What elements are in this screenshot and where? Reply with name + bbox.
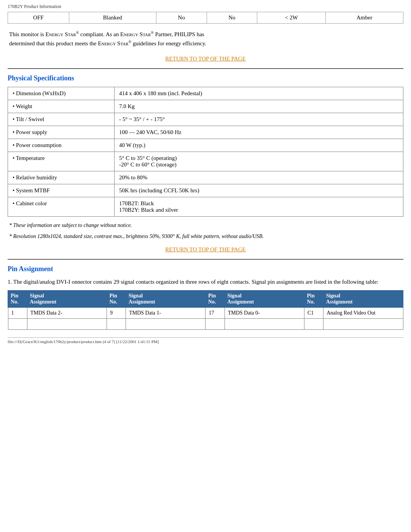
- status-power: < 2W: [257, 12, 326, 24]
- spec-value-cabinet: 170B2T: Black170B2Y: Black and silver: [115, 197, 403, 217]
- status-no-1: No: [156, 12, 207, 24]
- pin-1-no: 1: [8, 307, 27, 319]
- pin-col2-signal-header: SignalAssignment: [126, 291, 206, 307]
- pin-9-signal: TMDS Data 1-: [126, 307, 206, 319]
- spec-value-humidity: 20% to 80%: [115, 171, 403, 184]
- section-divider-1: [8, 68, 403, 69]
- spec-label-temperature: • Temperature: [8, 152, 115, 171]
- pin-empty-1: [8, 318, 27, 329]
- pin-9-no: 9: [107, 307, 126, 319]
- spec-value-weight: 7.0 Kg: [115, 100, 403, 113]
- page-breadcrumb: 170B2Y Product Information: [8, 4, 403, 10]
- pin-1-signal: TMDS Data 2-: [27, 307, 107, 319]
- pin-17-no: 17: [206, 307, 225, 319]
- pin-col3-no-header: PinNo.: [206, 291, 225, 307]
- pin-col4-signal-header: SignalAssignment: [323, 291, 403, 307]
- status-off: OFF: [8, 12, 69, 24]
- pin-assignment-intro: 1. The digital/analog DVI-I onnector con…: [8, 278, 403, 286]
- spec-label-mtbf: • System MTBF: [8, 184, 115, 197]
- pin-col1-signal-header: SignalAssignment: [27, 291, 107, 307]
- page-footer: file:///D|/Grace/K1/english/170b2y/produ…: [8, 337, 403, 344]
- pin-empty-8: [323, 318, 403, 329]
- spec-value-power-supply: 100 — 240 VAC, 50/60 Hz: [115, 126, 403, 139]
- pin-col1-no-header: PinNo.: [8, 291, 27, 307]
- footnote-2: * Resolution 1280x1024, standard size, c…: [9, 232, 402, 240]
- spec-label-dimension: • Dimension (WxHxD): [8, 87, 115, 100]
- return-anchor-1[interactable]: RETURN TO TOP OF THE PAGE: [165, 56, 245, 62]
- spec-value-tilt: - 5° ~ 35° / + - 175°: [115, 113, 403, 126]
- pin-assignment-table: PinNo. SignalAssignment PinNo. SignalAss…: [8, 290, 403, 330]
- spec-value-dimension: 414 x 406 x 180 mm (incl. Pedestal): [115, 87, 403, 100]
- status-no-2: No: [207, 12, 257, 24]
- table-row: • Power consumption 40 W (typ.): [8, 139, 403, 152]
- pin-empty-6: [225, 318, 304, 329]
- spec-label-power-consumption: • Power consumption: [8, 139, 115, 152]
- spec-label-cabinet: • Cabinet color: [8, 197, 115, 217]
- return-link-top-1[interactable]: RETURN TO TOP OF THE PAGE: [8, 56, 403, 62]
- pin-17-signal: TMDS Data 0-: [225, 307, 304, 319]
- table-row: • Cabinet color 170B2T: Black170B2Y: Bla…: [8, 197, 403, 217]
- spec-value-temperature: 5° C to 35° C (operating)-20° C to 60° C…: [115, 152, 403, 171]
- pin-table-header-row: PinNo. SignalAssignment PinNo. SignalAss…: [8, 291, 403, 307]
- pin-c1-no: C1: [304, 307, 323, 319]
- table-row: [8, 318, 403, 329]
- energy-star-text: This monitor is Energy Star® compliant. …: [9, 30, 402, 48]
- pin-empty-2: [27, 318, 107, 329]
- table-row: • Dimension (WxHxD) 414 x 406 x 180 mm (…: [8, 87, 403, 100]
- table-row: • Temperature 5° C to 35° C (operating)-…: [8, 152, 403, 171]
- pin-c1-signal: Analog Red Video Out: [323, 307, 403, 319]
- physical-specs-table: • Dimension (WxHxD) 414 x 406 x 180 mm (…: [8, 87, 403, 217]
- physical-specs-title: Physical Specifications: [8, 74, 403, 82]
- spec-label-weight: • Weight: [8, 100, 115, 113]
- pin-col3-signal-header: SignalAssignment: [225, 291, 304, 307]
- pin-empty-4: [126, 318, 206, 329]
- table-row: • Power supply 100 — 240 VAC, 50/60 Hz: [8, 126, 403, 139]
- table-row: • System MTBF 50K hrs (including CCFL 50…: [8, 184, 403, 197]
- pin-empty-5: [206, 318, 225, 329]
- pin-empty-7: [304, 318, 323, 329]
- spec-label-power-supply: • Power supply: [8, 126, 115, 139]
- table-row: • Relative humidity 20% to 80%: [8, 171, 403, 184]
- spec-value-mtbf: 50K hrs (including CCFL 50K hrs): [115, 184, 403, 197]
- spec-label-tilt: • Tilt / Swivel: [8, 113, 115, 126]
- pin-assignment-title: Pin Assignment: [8, 265, 403, 273]
- footnote-1: * These information are subject to chang…: [9, 221, 402, 229]
- table-row: 1 TMDS Data 2- 9 TMDS Data 1- 17 TMDS Da…: [8, 307, 403, 319]
- status-blanked: Blanked: [69, 12, 156, 24]
- spec-value-power-consumption: 40 W (typ.): [115, 139, 403, 152]
- return-anchor-2[interactable]: RETURN TO TOP OF THE PAGE: [165, 246, 245, 252]
- pin-col4-no-header: PinNo.: [304, 291, 323, 307]
- table-row: • Tilt / Swivel - 5° ~ 35° / + - 175°: [8, 113, 403, 126]
- energy-status-table: OFF Blanked No No < 2W Amber: [8, 12, 403, 24]
- spec-label-humidity: • Relative humidity: [8, 171, 115, 184]
- table-row: • Weight 7.0 Kg: [8, 100, 403, 113]
- status-amber: Amber: [326, 12, 403, 24]
- pin-empty-3: [107, 318, 126, 329]
- return-link-top-2[interactable]: RETURN TO TOP OF THE PAGE: [8, 246, 403, 253]
- pin-col2-no-header: PinNo.: [107, 291, 126, 307]
- section-divider-2: [8, 259, 403, 260]
